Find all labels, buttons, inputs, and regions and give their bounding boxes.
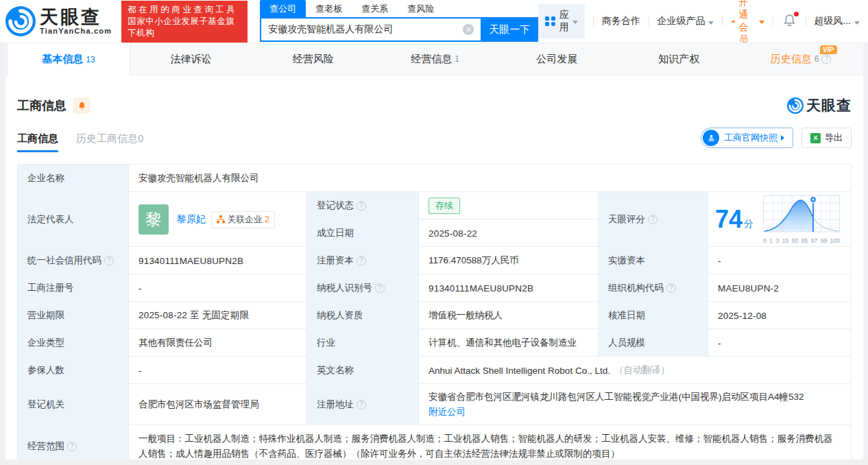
related-companies-badge[interactable]: 关联企业 2	[211, 211, 275, 228]
apps-grid-icon	[545, 16, 555, 27]
promo-banner: 都在用的商业查询工具 国家中小企业发展子基金旗下机构	[121, 1, 248, 43]
help-icon[interactable]: ?	[666, 283, 676, 293]
tab-company-development[interactable]: 公司发展	[496, 43, 618, 75]
logo-text: 天眼查	[40, 8, 112, 27]
export-button[interactable]: X 导出	[801, 128, 852, 148]
tab-operating-risk[interactable]: 经营风险	[252, 43, 374, 75]
top-header: 天眼查 TianYanCha.com 都在用的商业查询工具 国家中小企业发展子基…	[0, 0, 868, 43]
tab-intellectual-property[interactable]: 知识产权	[618, 43, 740, 75]
nearby-companies-link[interactable]: 附近公司	[429, 405, 466, 420]
score-unit: 分	[744, 218, 754, 230]
apps-menu[interactable]: 应用	[538, 4, 585, 38]
field-label: 行业	[307, 329, 419, 357]
search-button[interactable]: 天眼一下	[481, 17, 538, 42]
tab-operating-info[interactable]: 经营信息 1	[374, 43, 496, 75]
reg-number-value: -	[129, 274, 307, 302]
search-tab-boss[interactable]: 查老板	[306, 0, 352, 17]
legal-rep-avatar[interactable]: 黎	[138, 204, 169, 235]
top-menu: 应用 商务合作 企业级产品 开通会员 超级风...	[538, 0, 860, 46]
divider	[593, 16, 594, 26]
watermark-swirl-icon	[787, 97, 804, 114]
search-tab-relation[interactable]: 查关系	[352, 0, 398, 17]
divider	[649, 16, 649, 26]
tab-legal-proceedings[interactable]: 法律诉讼	[130, 43, 252, 75]
crown-icon	[731, 16, 736, 27]
field-label: 法定代表人	[18, 192, 129, 247]
taxpayer-quality-value: 增值税一般纳税人	[419, 302, 599, 329]
menu-enterprise-products[interactable]: 企业级产品	[657, 15, 714, 27]
company-name-value: 安徽攻壳智能机器人有限公司	[129, 165, 851, 192]
help-icon[interactable]: ?	[375, 283, 385, 293]
subscribe-bell-icon[interactable]	[73, 97, 90, 114]
field-label: 企业类型	[18, 329, 129, 357]
notification-bell-icon[interactable]	[783, 14, 796, 29]
help-icon[interactable]: ?	[648, 215, 658, 224]
chevron-down-icon	[854, 21, 860, 25]
org-code-value: MAEU8UPN-2	[708, 274, 851, 302]
legal-rep-cell: 黎 黎原妃 关联企业 2	[129, 192, 307, 247]
field-label: 注册资本?	[307, 247, 419, 274]
arrow-right-icon	[781, 135, 784, 141]
help-icon[interactable]: ?	[357, 400, 366, 409]
credit-code-value: 91340111MAEU8UPN2B	[129, 247, 307, 274]
promo-line2: 国家中小企业发展子基金旗下机构	[128, 16, 241, 39]
official-snapshot-button[interactable]: 工商官网快照	[701, 128, 793, 148]
search-input[interactable]	[260, 17, 481, 42]
help-icon[interactable]: ?	[357, 256, 366, 265]
field-label: 人员规模	[599, 329, 708, 357]
tab-history-info[interactable]: VIP 历史信息 6 ?	[740, 43, 862, 75]
establish-date-value: 2025-08-22	[419, 219, 599, 247]
tianyancha-logo[interactable]: 天眼查 TianYanCha.com	[5, 6, 112, 36]
help-icon[interactable]: ?	[104, 256, 114, 265]
apps-label: 应用	[559, 9, 570, 34]
field-label: 企业名称	[18, 165, 129, 192]
search-tab-company[interactable]: 查公司	[260, 0, 306, 17]
legal-rep-name-link[interactable]: 黎原妃	[177, 213, 206, 226]
tianyan-score-cell[interactable]: 74 分	[708, 192, 851, 247]
field-label: 天眼评分?	[599, 192, 708, 247]
field-label: 登记状态?	[307, 192, 419, 219]
tab-basic-info[interactable]: 基本信息 13	[7, 43, 130, 75]
chevron-down-icon	[708, 21, 714, 25]
help-icon[interactable]: ?	[821, 54, 831, 64]
notification-dot	[794, 12, 799, 16]
score-axis-ticks: 0131550859799100	[763, 237, 840, 244]
taxpayer-id-value: 91340111MAEU8UPN2B	[419, 274, 599, 302]
reg-capital-value: 1176.470588万人民币	[419, 247, 599, 274]
field-label: 参保人数	[18, 357, 129, 384]
org-chart-icon	[217, 215, 225, 224]
menu-super-risk[interactable]: 超级风...	[814, 15, 860, 27]
help-icon[interactable]: ?	[357, 201, 366, 211]
field-label: 英文名称	[307, 357, 419, 384]
field-label: 营业期限	[18, 302, 129, 329]
vip-badge: VIP	[820, 45, 837, 54]
menu-cooperation[interactable]: 商务合作	[602, 15, 640, 27]
help-icon[interactable]: ?	[67, 442, 77, 451]
field-label: 核准日期	[599, 302, 708, 329]
chevron-down-icon	[572, 21, 578, 24]
field-label: 成立日期	[307, 219, 419, 247]
field-label: 登记机关	[18, 384, 129, 425]
tianyancha-watermark: 天眼查	[787, 96, 852, 115]
field-label: 纳税人资质	[307, 302, 419, 329]
reg-status-cell: 存续	[419, 192, 599, 219]
paid-capital-value: -	[708, 247, 851, 274]
field-label: 纳税人识别号?	[307, 274, 419, 302]
open-vip-button[interactable]: 开通会员	[731, 0, 764, 46]
field-label: 注册地址?	[307, 384, 419, 425]
insured-count-value: -	[129, 357, 307, 384]
promo-line1: 都在用的商业查询工具	[128, 4, 241, 16]
tianyancha-logo-icon	[5, 6, 36, 36]
search-block: 查公司 查老板 查关系 查风险 ✕ 天眼一下	[260, 1, 538, 42]
search-tabs: 查公司 查老板 查关系 查风险	[260, 1, 538, 17]
business-info-table: 企业名称 安徽攻壳智能机器人有限公司 法定代表人 黎 黎原妃 关联企业 2	[17, 164, 852, 465]
subtab-history-business-info[interactable]: 历史工商信息0	[76, 132, 143, 152]
search-tab-risk[interactable]: 查风险	[398, 0, 444, 17]
watermark-text: 天眼查	[806, 96, 852, 115]
reg-address-value: 安徽省合肥市包河区淝河镇龙川路包河区人工智能视觉产业港(中国视界)启动区项目A4…	[419, 384, 851, 425]
company-type-value: 其他有限责任公司	[129, 329, 307, 357]
subtab-business-info[interactable]: 工商信息	[17, 132, 58, 152]
divider	[806, 16, 806, 26]
reg-authority-value: 合肥市包河区市场监督管理局	[129, 384, 307, 425]
horizontal-scrollbar[interactable]	[0, 460, 868, 465]
